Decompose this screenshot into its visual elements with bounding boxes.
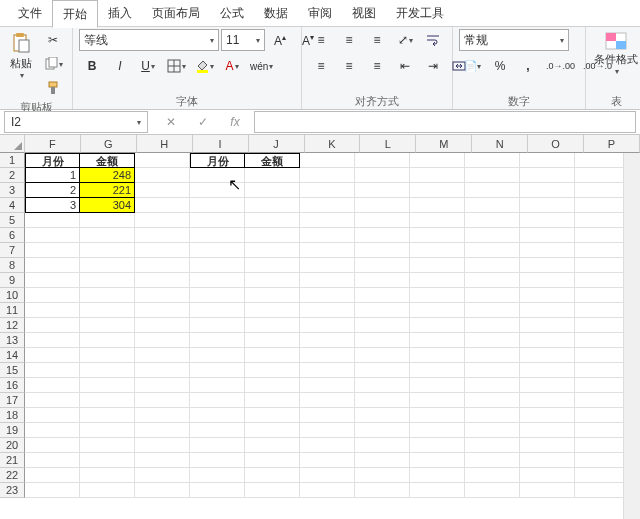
menu-developer[interactable]: 开发工具 (386, 0, 454, 26)
cell-I14[interactable] (190, 348, 245, 363)
name-box[interactable]: I2▾ (4, 111, 148, 133)
cell-L14[interactable] (355, 348, 410, 363)
cell-O9[interactable] (520, 273, 575, 288)
increase-font-button[interactable]: A▴ (267, 29, 293, 51)
cell-O4[interactable] (520, 198, 575, 213)
cell-K3[interactable] (300, 183, 355, 198)
cell-I11[interactable] (190, 303, 245, 318)
cell-G9[interactable] (80, 273, 135, 288)
cell-I9[interactable] (190, 273, 245, 288)
cell-F11[interactable] (25, 303, 80, 318)
cell-K8[interactable] (300, 258, 355, 273)
cell-K22[interactable] (300, 468, 355, 483)
cell-G2[interactable]: 248 (80, 168, 135, 183)
col-header-M[interactable]: M (416, 135, 472, 153)
cell-M10[interactable] (410, 288, 465, 303)
col-header-F[interactable]: F (25, 135, 81, 153)
cell-L3[interactable] (355, 183, 410, 198)
accept-formula-button[interactable]: ✓ (190, 111, 216, 133)
cell-L11[interactable] (355, 303, 410, 318)
cell-H17[interactable] (135, 393, 190, 408)
cell-H18[interactable] (135, 408, 190, 423)
cell-P6[interactable] (575, 228, 630, 243)
cell-I6[interactable] (190, 228, 245, 243)
col-header-K[interactable]: K (305, 135, 361, 153)
cell-J9[interactable] (245, 273, 300, 288)
cell-N16[interactable] (465, 378, 520, 393)
cell-H5[interactable] (135, 213, 190, 228)
format-painter-button[interactable] (40, 77, 66, 99)
cell-I17[interactable] (190, 393, 245, 408)
cell-I22[interactable] (190, 468, 245, 483)
cell-O21[interactable] (520, 453, 575, 468)
align-center-button[interactable]: ≡ (336, 55, 362, 77)
cell-N10[interactable] (465, 288, 520, 303)
cell-P7[interactable] (575, 243, 630, 258)
cell-I2[interactable] (190, 168, 245, 183)
wrap-text-button[interactable] (420, 29, 446, 51)
cell-N22[interactable] (465, 468, 520, 483)
cell-P5[interactable] (575, 213, 630, 228)
cell-F18[interactable] (25, 408, 80, 423)
row-header-21[interactable]: 21 (0, 453, 25, 468)
cell-G6[interactable] (80, 228, 135, 243)
cell-J22[interactable] (245, 468, 300, 483)
cell-O16[interactable] (520, 378, 575, 393)
cell-K18[interactable] (300, 408, 355, 423)
cell-F7[interactable] (25, 243, 80, 258)
align-middle-button[interactable]: ≡ (336, 29, 362, 51)
cell-I21[interactable] (190, 453, 245, 468)
cell-F2[interactable]: 1 (25, 168, 80, 183)
row-header-16[interactable]: 16 (0, 378, 25, 393)
percent-button[interactable]: % (487, 55, 513, 77)
cell-J3[interactable] (245, 183, 300, 198)
font-size-select[interactable]: 11▾ (221, 29, 265, 51)
cell-P14[interactable] (575, 348, 630, 363)
cell-H12[interactable] (135, 318, 190, 333)
cell-L17[interactable] (355, 393, 410, 408)
cell-G13[interactable] (80, 333, 135, 348)
cell-L2[interactable] (355, 168, 410, 183)
cell-O7[interactable] (520, 243, 575, 258)
row-header-14[interactable]: 14 (0, 348, 25, 363)
cell-M16[interactable] (410, 378, 465, 393)
cell-F3[interactable]: 2 (25, 183, 80, 198)
cell-G15[interactable] (80, 363, 135, 378)
cell-P18[interactable] (575, 408, 630, 423)
cell-J23[interactable] (245, 483, 300, 498)
cell-N11[interactable] (465, 303, 520, 318)
cell-K4[interactable] (300, 198, 355, 213)
cell-O11[interactable] (520, 303, 575, 318)
cell-P22[interactable] (575, 468, 630, 483)
cell-N2[interactable] (465, 168, 520, 183)
menu-data[interactable]: 数据 (254, 0, 298, 26)
increase-indent-button[interactable]: ⇥ (420, 55, 446, 77)
cell-H8[interactable] (135, 258, 190, 273)
cell-P10[interactable] (575, 288, 630, 303)
cell-G7[interactable] (80, 243, 135, 258)
cell-J17[interactable] (245, 393, 300, 408)
cell-G10[interactable] (80, 288, 135, 303)
cell-H13[interactable] (135, 333, 190, 348)
cell-K11[interactable] (300, 303, 355, 318)
cell-M7[interactable] (410, 243, 465, 258)
cell-M1[interactable] (410, 153, 465, 168)
cell-P3[interactable] (575, 183, 630, 198)
cell-I7[interactable] (190, 243, 245, 258)
cell-L13[interactable] (355, 333, 410, 348)
cell-G11[interactable] (80, 303, 135, 318)
cell-P21[interactable] (575, 453, 630, 468)
cell-M14[interactable] (410, 348, 465, 363)
cell-N1[interactable] (465, 153, 520, 168)
cell-H14[interactable] (135, 348, 190, 363)
cell-K2[interactable] (300, 168, 355, 183)
cell-F22[interactable] (25, 468, 80, 483)
cell-L15[interactable] (355, 363, 410, 378)
row-header-7[interactable]: 7 (0, 243, 25, 258)
cell-G1[interactable]: 金额 (80, 153, 135, 168)
cell-M3[interactable] (410, 183, 465, 198)
cell-O22[interactable] (520, 468, 575, 483)
cell-F14[interactable] (25, 348, 80, 363)
number-format-select[interactable]: 常规▾ (459, 29, 569, 51)
cell-O5[interactable] (520, 213, 575, 228)
